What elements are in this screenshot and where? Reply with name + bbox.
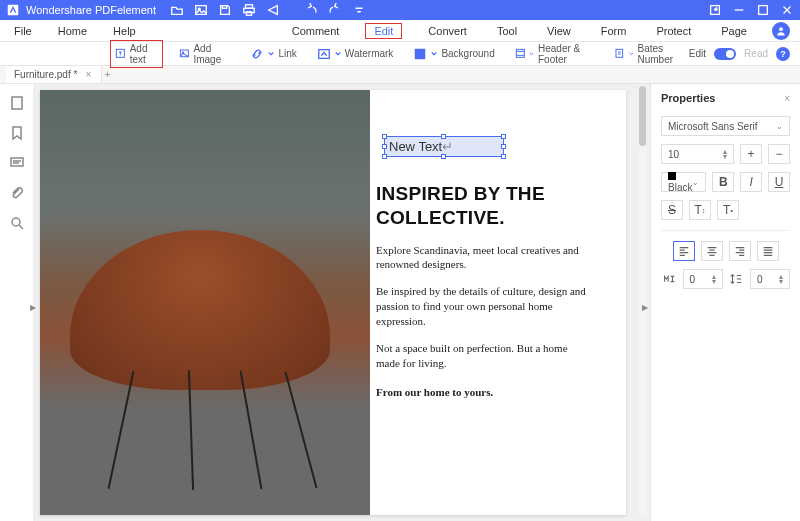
resize-handle[interactable] <box>501 144 506 149</box>
menu-edit[interactable]: Edit <box>365 23 402 39</box>
italic-button[interactable]: I <box>740 172 762 192</box>
chevron-down-icon: ⌄ <box>692 178 699 187</box>
properties-close-icon[interactable]: × <box>784 93 790 104</box>
menu-form[interactable]: Form <box>597 23 631 39</box>
strike-button[interactable]: S <box>661 200 683 220</box>
page-closing[interactable]: From our home to yours. <box>376 385 594 400</box>
minimize-icon[interactable] <box>732 3 746 17</box>
page-para-2[interactable]: Be inspired by the details of culture, d… <box>376 284 594 329</box>
thumbnails-icon[interactable] <box>8 94 26 112</box>
menu-file[interactable]: File <box>10 23 36 39</box>
open-icon[interactable] <box>170 3 184 17</box>
resize-handle[interactable] <box>501 154 506 159</box>
resize-handle[interactable] <box>382 154 387 159</box>
align-right-button[interactable] <box>729 241 751 261</box>
tab-furniture[interactable]: Furniture.pdf * × <box>6 66 102 83</box>
menu-home[interactable]: Home <box>54 23 91 39</box>
tab-add-button[interactable]: + <box>102 70 112 80</box>
line-spacing-field[interactable]: 0 ▴▾ <box>750 269 790 289</box>
info-icon[interactable]: ? <box>776 47 790 61</box>
stepper-icon[interactable]: ▴▾ <box>712 274 716 284</box>
chevron-down-icon <box>529 51 534 57</box>
add-image-button[interactable]: Add Image <box>175 41 235 67</box>
watermark-button[interactable]: Watermark <box>313 45 398 63</box>
font-size-field[interactable]: 10 ▴▾ <box>661 144 734 164</box>
close-icon[interactable] <box>780 3 794 17</box>
color-swatch-icon <box>668 172 676 180</box>
collapse-left-icon[interactable]: ▸ <box>30 300 36 314</box>
link-button[interactable]: Link <box>246 45 300 63</box>
align-justify-button[interactable] <box>757 241 779 261</box>
svg-rect-8 <box>759 6 768 15</box>
menu-view[interactable]: View <box>543 23 575 39</box>
edit-toggle[interactable] <box>714 48 736 60</box>
watermark-label: Watermark <box>345 48 394 59</box>
page-image <box>40 90 370 515</box>
properties-panel: Properties × Microsoft Sans Serif ⌄ 10 ▴… <box>650 84 800 521</box>
resize-handle[interactable] <box>501 134 506 139</box>
background-button[interactable]: Background <box>409 45 498 63</box>
share-icon[interactable] <box>266 3 280 17</box>
menu-tool[interactable]: Tool <box>493 23 521 39</box>
redo-icon[interactable] <box>328 3 342 17</box>
svg-point-19 <box>12 218 20 226</box>
undo-icon[interactable] <box>304 3 318 17</box>
edit-mode-label: Edit <box>689 48 706 59</box>
page-para-3[interactable]: Not a space built on perfection. But a h… <box>376 341 594 371</box>
properties-title: Properties <box>661 92 715 104</box>
menu-help[interactable]: Help <box>109 23 140 39</box>
comments-icon[interactable] <box>8 154 26 172</box>
superscript-button[interactable]: T↕ <box>689 200 711 220</box>
workspace: New Text↵ INSPIRED BY THE COLLECTIVE. Ex… <box>0 84 800 521</box>
increase-size-button[interactable]: + <box>740 144 762 164</box>
edit-toolbar: Add text Add Image Link Watermark Backgr… <box>0 42 800 66</box>
menu-page[interactable]: Page <box>717 23 751 39</box>
resize-handle[interactable] <box>382 134 387 139</box>
resize-handle[interactable] <box>382 144 387 149</box>
align-center-button[interactable] <box>701 241 723 261</box>
dropdown-icon[interactable] <box>352 3 366 17</box>
quick-access-icons <box>170 3 280 17</box>
font-family-select[interactable]: Microsoft Sans Serif ⌄ <box>661 116 790 136</box>
bold-button[interactable]: B <box>712 172 734 192</box>
page-para-1[interactable]: Explore Scandinavia, meet local creative… <box>376 243 594 273</box>
add-text-button[interactable]: Add text <box>110 40 163 68</box>
header-footer-button[interactable]: Header & Footer <box>511 41 599 67</box>
subscript-button[interactable]: T• <box>717 200 739 220</box>
menu-comment[interactable]: Comment <box>288 23 344 39</box>
image-icon[interactable] <box>194 3 208 17</box>
window-open-square-icon[interactable] <box>708 3 722 17</box>
menu-protect[interactable]: Protect <box>652 23 695 39</box>
stepper-icon[interactable]: ▴▾ <box>723 149 727 159</box>
color-label: Black <box>668 182 692 193</box>
svg-rect-3 <box>222 6 226 9</box>
maximize-icon[interactable] <box>756 3 770 17</box>
resize-handle[interactable] <box>441 134 446 139</box>
align-left-button[interactable] <box>673 241 695 261</box>
menu-convert[interactable]: Convert <box>424 23 471 39</box>
attachments-icon[interactable] <box>8 184 26 202</box>
document-area[interactable]: New Text↵ INSPIRED BY THE COLLECTIVE. Ex… <box>34 84 650 521</box>
new-text-content: New Text <box>389 139 442 154</box>
resize-handle[interactable] <box>441 154 446 159</box>
char-spacing-field[interactable]: 0 ▴▾ <box>683 269 723 289</box>
bates-number-button[interactable]: Bates Number <box>610 41 690 67</box>
color-select[interactable]: Black ⌄ <box>661 172 706 192</box>
print-icon[interactable] <box>242 3 256 17</box>
underline-button[interactable]: U <box>768 172 790 192</box>
svg-rect-15 <box>516 50 524 58</box>
stepper-icon[interactable]: ▴▾ <box>779 274 783 284</box>
user-avatar[interactable] <box>772 22 790 40</box>
scrollbar-thumb[interactable] <box>639 86 646 146</box>
page-heading[interactable]: INSPIRED BY THE COLLECTIVE. <box>376 182 594 231</box>
svg-point-9 <box>779 27 783 31</box>
chevron-down-icon <box>431 51 437 57</box>
svg-rect-18 <box>11 158 23 166</box>
bookmarks-icon[interactable] <box>8 124 26 142</box>
collapse-right-icon[interactable]: ▸ <box>642 300 648 314</box>
tab-close-icon[interactable]: × <box>83 70 93 80</box>
new-text-box[interactable]: New Text↵ <box>384 136 504 157</box>
search-icon[interactable] <box>8 214 26 232</box>
save-icon[interactable] <box>218 3 232 17</box>
decrease-size-button[interactable]: − <box>768 144 790 164</box>
